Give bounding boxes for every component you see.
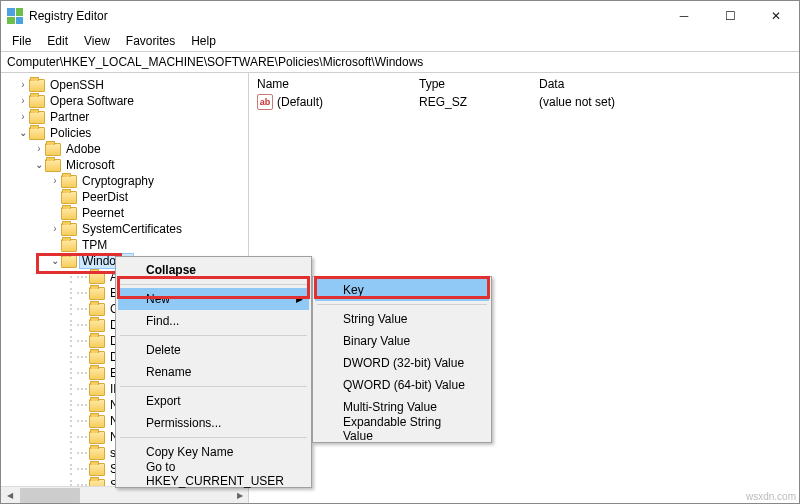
folder-icon (89, 287, 105, 300)
folder-icon (61, 223, 77, 236)
tree-item[interactable]: ›Partner (1, 109, 248, 125)
watermark: wsxdn.com (746, 491, 796, 502)
submenu-new: Key String Value Binary Value DWORD (32-… (312, 276, 492, 443)
folder-icon (61, 207, 77, 220)
context-menu: Collapse New▶ Find... Delete Rename Expo… (115, 256, 312, 488)
scroll-thumb[interactable] (20, 488, 80, 503)
tree-item-policies[interactable]: ⌄Policies (1, 125, 248, 141)
scroll-left-button[interactable]: ◀ (1, 487, 18, 504)
value-data: (value not set) (539, 95, 615, 109)
titlebar: Registry Editor ─ ☐ ✕ (1, 1, 799, 31)
folder-icon (89, 303, 105, 316)
tree-item-microsoft[interactable]: ⌄Microsoft (1, 157, 248, 173)
value-row[interactable]: (Default) REG_SZ (value not set) (249, 93, 799, 111)
folder-icon (89, 415, 105, 428)
folder-icon (89, 447, 105, 460)
regedit-icon (7, 8, 23, 24)
ctx-permissions[interactable]: Permissions... (118, 412, 309, 434)
tree-item[interactable]: ›Opera Software (1, 93, 248, 109)
folder-icon (89, 431, 105, 444)
menubar: File Edit View Favorites Help (1, 31, 799, 51)
tree-item[interactable]: ›SystemCertificates (1, 221, 248, 237)
folder-icon (89, 463, 105, 476)
address-text: Computer\HKEY_LOCAL_MACHINE\SOFTWARE\Pol… (7, 55, 423, 69)
ctx-collapse[interactable]: Collapse (118, 259, 309, 281)
folder-icon (61, 191, 77, 204)
tree-item[interactable]: TPM (1, 237, 248, 253)
separator (317, 304, 487, 305)
sub-expand[interactable]: Expandable String Value (315, 418, 489, 440)
folder-icon (29, 127, 45, 140)
sub-dword[interactable]: DWORD (32-bit) Value (315, 352, 489, 374)
menu-favorites[interactable]: Favorites (119, 33, 182, 49)
sub-qword[interactable]: QWORD (64-bit) Value (315, 374, 489, 396)
col-data[interactable]: Data (539, 77, 799, 91)
menu-help[interactable]: Help (184, 33, 223, 49)
col-name[interactable]: Name (249, 77, 419, 91)
folder-icon (45, 159, 61, 172)
address-bar[interactable]: Computer\HKEY_LOCAL_MACHINE\SOFTWARE\Pol… (1, 51, 799, 73)
folder-icon (29, 79, 45, 92)
tree-item[interactable]: ›OpenSSH (1, 77, 248, 93)
ctx-rename[interactable]: Rename (118, 361, 309, 383)
folder-icon (89, 319, 105, 332)
ctx-export[interactable]: Export (118, 390, 309, 412)
folder-icon (45, 143, 61, 156)
ctx-new[interactable]: New▶ (118, 288, 309, 310)
ctx-find[interactable]: Find... (118, 310, 309, 332)
value-name: (Default) (277, 95, 419, 109)
col-type[interactable]: Type (419, 77, 539, 91)
string-value-icon (257, 94, 273, 110)
value-type: REG_SZ (419, 95, 539, 109)
tree-item[interactable]: PeerDist (1, 189, 248, 205)
folder-icon (89, 399, 105, 412)
tree-scrollbar[interactable]: ◀ ▶ (1, 486, 248, 503)
folder-icon (89, 351, 105, 364)
ctx-delete[interactable]: Delete (118, 339, 309, 361)
folder-icon (29, 95, 45, 108)
folder-icon (89, 383, 105, 396)
tree-item[interactable]: ›Cryptography (1, 173, 248, 189)
folder-icon (61, 239, 77, 252)
sub-key[interactable]: Key (315, 279, 489, 301)
ctx-goto-hkcu[interactable]: Go to HKEY_CURRENT_USER (118, 463, 309, 485)
separator (120, 386, 307, 387)
tree-item[interactable]: ›Adobe (1, 141, 248, 157)
scroll-right-button[interactable]: ▶ (231, 487, 248, 504)
menu-file[interactable]: File (5, 33, 38, 49)
minimize-button[interactable]: ─ (661, 1, 707, 31)
column-headers[interactable]: Name Type Data (249, 73, 799, 93)
folder-icon (89, 335, 105, 348)
tree-item[interactable]: Peernet (1, 205, 248, 221)
menu-view[interactable]: View (77, 33, 117, 49)
separator (120, 335, 307, 336)
sub-string[interactable]: String Value (315, 308, 489, 330)
sub-binary[interactable]: Binary Value (315, 330, 489, 352)
folder-icon (89, 271, 105, 284)
folder-icon (29, 111, 45, 124)
window-title: Registry Editor (29, 9, 108, 23)
separator (120, 437, 307, 438)
submenu-arrow-icon: ▶ (296, 294, 303, 304)
separator (120, 284, 307, 285)
menu-edit[interactable]: Edit (40, 33, 75, 49)
maximize-button[interactable]: ☐ (707, 1, 753, 31)
folder-icon (89, 367, 105, 380)
close-button[interactable]: ✕ (753, 1, 799, 31)
folder-icon (61, 255, 77, 268)
window-controls: ─ ☐ ✕ (661, 1, 799, 31)
folder-icon (61, 175, 77, 188)
